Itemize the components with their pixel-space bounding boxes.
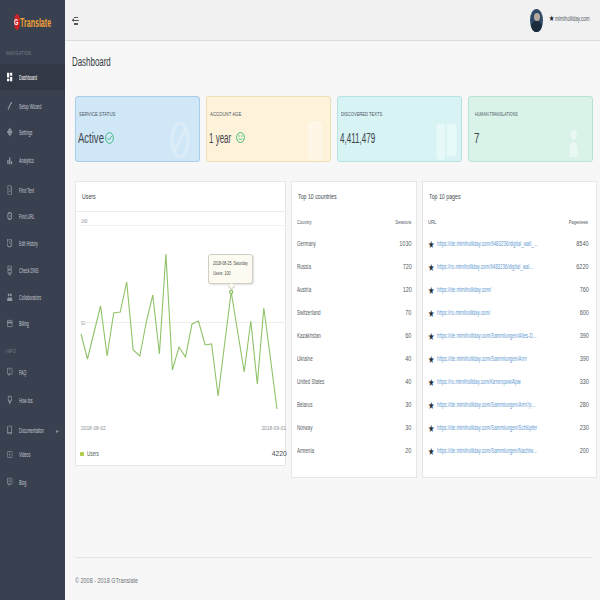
svg-text:?: ? [8,368,10,374]
